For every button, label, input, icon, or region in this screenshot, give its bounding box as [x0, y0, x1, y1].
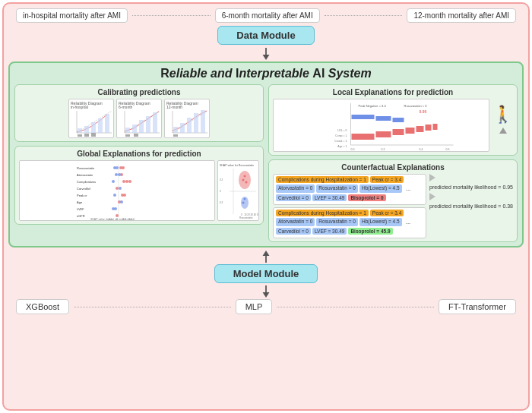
calib-chart-1: Reliability Diagram in-hospital [68, 99, 114, 138]
left-column: Calibrating predictions Reliability Diag… [14, 84, 264, 242]
svg-rect-90 [352, 134, 375, 140]
svg-text:Atorvastatin: Atorvastatin [77, 173, 93, 177]
svg-rect-11 [105, 114, 109, 133]
up-arrow-icon [499, 128, 507, 134]
pred-label-1: predicted mortality likelihood = 0.95 [429, 184, 513, 190]
counterfactual-title: Counterfactual Explanations [273, 163, 513, 172]
cf-tag-complications-1: Complications during Hospitalization = 1 [276, 176, 369, 183]
svg-rect-36 [201, 110, 205, 133]
svg-point-59 [119, 187, 122, 190]
calib-svg-3: Reliability Diagram 12-month [165, 99, 210, 138]
svg-point-79 [242, 179, 245, 181]
cf-tag-lvef-2: LVEF = 30.49 [312, 228, 347, 235]
local-chart: Age = 1 CreatL = 1 Comp = 1 LDL = 0 0.95… [273, 99, 489, 152]
svg-rect-21 [132, 125, 137, 133]
svg-rect-25 [125, 134, 130, 137]
svg-rect-9 [91, 122, 96, 133]
cf-tag-carvedilol-2: Carvedilol = 0 [276, 228, 311, 235]
svg-text:CreatL = 1: CreatL = 1 [334, 140, 347, 143]
main-green-area: Reliable and Interpretable AI System Cal… [8, 61, 524, 247]
svg-point-82 [242, 202, 245, 204]
svg-point-76 [239, 171, 251, 189]
calib-chart-2: Reliability Diagram 6-month [116, 99, 162, 138]
svg-rect-92 [393, 129, 404, 135]
svg-text:SHAP value (impact on model ou: SHAP value (impact on model output) [90, 218, 135, 221]
svg-rect-34 [187, 118, 192, 133]
cf-tags-1: Complications during Hospitalization = 1… [276, 176, 423, 183]
model-module-row: Model Module [8, 264, 524, 283]
pred-group-2: predicted mortality likelihood = 0.38 [429, 193, 513, 209]
svg-point-80 [245, 181, 248, 184]
svg-text:0.2: 0.2 [220, 178, 223, 181]
svg-text:0.0: 0.0 [351, 148, 355, 151]
main-title: Reliable and Interpretable AI System [14, 67, 518, 80]
global-explanations-box: Global Explanations for prediction Rosuv… [14, 146, 264, 225]
cf-tag-complications-2: Complications during Hospitalization = 1 [276, 210, 369, 216]
global-charts: Rosuvastatin Atorvastatin Complications … [19, 160, 259, 221]
svg-point-67 [116, 214, 119, 217]
svg-point-48 [122, 166, 125, 169]
calib-svg-1: Reliability Diagram in-hospital [69, 99, 114, 138]
svg-point-66 [114, 207, 117, 210]
dots-connector-2 [325, 15, 403, 16]
cf-tag-hb-2: Hb(Lowest) = 4.5 [359, 218, 402, 226]
svg-text:0   10 20 30 40 50: 0 10 20 30 40 50 [241, 213, 259, 216]
counterfactual-box: Counterfactual Explanations Complication… [268, 159, 518, 242]
svg-text:Rosuvastatin: Rosuvastatin [77, 166, 94, 170]
cf-tag-lvef-1: LVEF = 30.49 [312, 194, 347, 201]
svg-rect-93 [406, 128, 415, 134]
outer-container: in-hospital mortality after AMI 6-month … [2, 2, 530, 411]
model-module-box: Model Module [214, 264, 318, 283]
cf-tags-1b: Atorvastatin = 0 Rosuvastatin = 0 Hb(Low… [276, 184, 423, 193]
svg-text:6-month: 6-month [119, 105, 133, 109]
svg-text:Carvedilol: Carvedilol [77, 187, 90, 191]
svg-rect-33 [180, 123, 185, 133]
data-module-box: Data Module [217, 26, 314, 45]
svg-marker-112 [263, 251, 270, 256]
svg-text:Comp = 1: Comp = 1 [335, 134, 347, 137]
cf-tag-rosuvastatin-1: Rosuvastatin = 0 [316, 184, 358, 193]
svg-text:0.95: 0.95 [420, 109, 427, 114]
svg-point-64 [120, 200, 123, 203]
svg-text:Age: Age [77, 200, 83, 204]
cf-tag-atorvastatin-1: Atorvastatin = 0 [276, 184, 315, 193]
person-section: 🚶 [492, 99, 513, 134]
svg-text:Age = 1: Age = 1 [337, 145, 347, 148]
svg-text:LDL = 0: LDL = 0 [337, 129, 347, 132]
cf-tag-bisoprolol-1: Bisoprolol = 0 [348, 194, 385, 201]
pred-group-1: predicted mortality likelihood = 0.95 [429, 174, 513, 190]
svg-text:12-month: 12-month [166, 105, 182, 109]
arrow-up-icon [258, 251, 274, 263]
svg-point-56 [122, 180, 125, 183]
shap-svg: Rosuvastatin Atorvastatin Complications … [20, 161, 214, 221]
cf-tag-dots-1: ... [404, 184, 413, 193]
calibrating-title: Calibrating predictions [19, 88, 259, 96]
svg-point-81 [244, 198, 246, 200]
svg-text:0.6: 0.6 [446, 148, 450, 151]
top-label-6month: 6-month mortality after AMI [215, 8, 320, 23]
svg-rect-20 [125, 128, 130, 133]
arrow-down-model-icon [258, 285, 274, 298]
violin-svg: SHAP value for Rosuvastatin [218, 161, 259, 221]
cf-tag-peakcr-2: Peak cr = 3.4 [370, 210, 404, 216]
arrow-up-model [8, 251, 524, 263]
dots-connector-3 [74, 307, 231, 307]
svg-rect-96 [433, 124, 438, 130]
svg-rect-97 [352, 115, 375, 119]
arrow-down-icon [258, 48, 274, 60]
svg-text:Complications: Complications [77, 180, 96, 184]
cf-tag-carvedilol-1: Carvedilol = 0 [276, 194, 311, 201]
cf-tags-2b: Atorvastatin = 0 Rosuvastatin = 0 Hb(Low… [276, 218, 423, 226]
arrow-down-models [8, 285, 524, 298]
svg-rect-14 [91, 133, 96, 137]
calib-chart-3: Reliability Diagram 12-month [164, 99, 210, 138]
svg-text:0.2: 0.2 [382, 148, 385, 151]
svg-text:LVEF: LVEF [77, 207, 84, 211]
person-icon: 🚶 [492, 105, 513, 125]
svg-rect-91 [376, 131, 391, 137]
top-labels-row: in-hospital mortality after AMI 6-month … [8, 8, 524, 23]
svg-rect-13 [84, 134, 89, 137]
calibrating-charts: Reliability Diagram in-hospital [19, 99, 259, 138]
calib-svg-2: Reliability Diagram 6-month [117, 99, 162, 138]
calibrating-box: Calibrating predictions Reliability Diag… [14, 84, 264, 142]
